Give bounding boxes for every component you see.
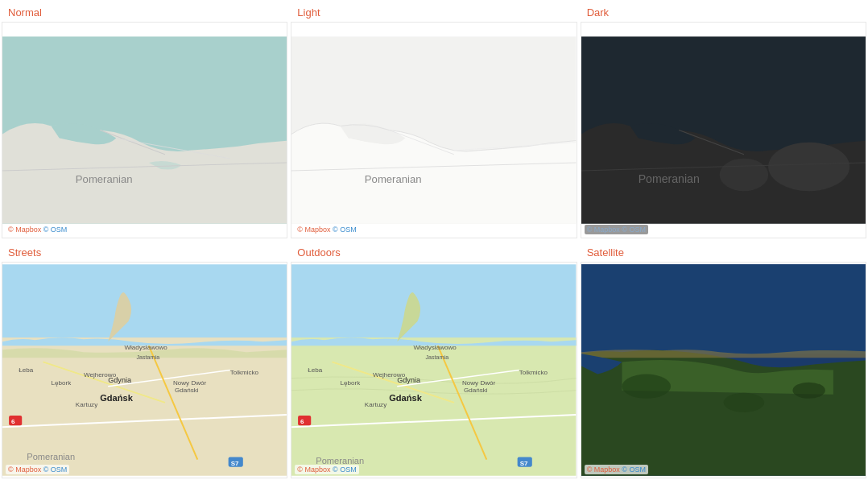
- light-attribution: © Mapbox © OSM: [295, 225, 358, 234]
- svg-text:Łeba: Łeba: [19, 366, 33, 374]
- svg-text:Wejherowo: Wejherowo: [84, 371, 117, 379]
- osm-link-outdoors[interactable]: © OSM: [333, 466, 357, 474]
- osm-link-satellite[interactable]: © OSM: [622, 466, 646, 474]
- svg-text:Gdańsk: Gdańsk: [389, 393, 423, 403]
- osm-link-dark[interactable]: © OSM: [622, 226, 646, 234]
- mapbox-link-streets[interactable]: © Mapbox: [8, 466, 41, 474]
- svg-text:Pomeranian: Pomeranian: [365, 173, 422, 185]
- svg-text:Nowy Dwór: Nowy Dwór: [173, 379, 207, 387]
- svg-text:Kartuzy: Kartuzy: [76, 401, 98, 408]
- streets-attribution: © Mapbox © OSM: [6, 465, 69, 474]
- svg-text:Władysławowo: Władysławowo: [124, 344, 167, 351]
- svg-text:Łeba: Łeba: [308, 366, 323, 374]
- satellite-label: Satellite: [579, 240, 868, 262]
- svg-text:Wejherowo: Wejherowo: [373, 371, 406, 379]
- streets-map[interactable]: Gdańsk Gdynia Wejherowo Łeba Lębork Wład…: [2, 262, 287, 478]
- svg-text:S7: S7: [231, 460, 239, 467]
- normal-label: Normal: [0, 0, 289, 22]
- outdoors-label: Outdoors: [289, 240, 578, 262]
- streets-label-text: Streets: [0, 240, 289, 262]
- dark-label: Dark: [579, 0, 868, 22]
- svg-text:Pomeranian: Pomeranian: [316, 456, 365, 466]
- mapbox-link-outdoors[interactable]: © Mapbox: [297, 466, 330, 474]
- svg-point-12: [719, 159, 768, 191]
- svg-text:Jastarnia: Jastarnia: [137, 354, 160, 360]
- svg-rect-16: [2, 264, 287, 346]
- mapbox-link-satellite[interactable]: © Mapbox: [587, 466, 620, 474]
- svg-text:Gdański: Gdański: [464, 387, 488, 394]
- mapbox-link[interactable]: © Mapbox: [8, 226, 41, 234]
- svg-text:Pomeranian: Pomeranian: [638, 172, 699, 185]
- svg-text:Gdański: Gdański: [175, 387, 199, 394]
- satellite-label-text: Satellite: [579, 240, 868, 262]
- outdoors-map[interactable]: Gdańsk Gdynia Wejherowo Łeba Lębork Wład…: [291, 262, 577, 478]
- svg-rect-38: [291, 264, 576, 346]
- svg-text:6: 6: [300, 418, 304, 425]
- svg-text:Pomeranian: Pomeranian: [76, 173, 133, 185]
- satellite-attribution: © Mapbox © OSM: [585, 465, 648, 474]
- svg-text:Nowy Dwór: Nowy Dwór: [462, 379, 496, 387]
- svg-point-63: [723, 393, 763, 412]
- dark-attribution: © Mapbox © OSM: [585, 225, 648, 234]
- svg-point-64: [792, 383, 825, 399]
- svg-text:Gdańsk: Gdańsk: [100, 393, 134, 403]
- normal-label-text: Normal: [0, 0, 289, 22]
- svg-text:Lębork: Lębork: [52, 379, 72, 387]
- dark-map[interactable]: Pomeranian © Mapbox © OSM: [581, 22, 866, 238]
- svg-text:Tolkmicko: Tolkmicko: [230, 369, 259, 376]
- svg-text:S7: S7: [520, 460, 528, 467]
- osm-link[interactable]: © OSM: [43, 226, 68, 234]
- light-label: Light: [289, 0, 578, 22]
- svg-text:Lębork: Lębork: [341, 379, 362, 387]
- outdoors-attribution: © Mapbox © OSM: [295, 465, 358, 474]
- streets-label: Streets: [0, 240, 289, 262]
- normal-attribution: © Mapbox © OSM: [6, 225, 69, 234]
- light-label-text: Light: [289, 0, 578, 22]
- svg-text:Jastarnia: Jastarnia: [426, 354, 449, 360]
- outdoors-label-text: Outdoors: [289, 240, 578, 262]
- svg-text:Władysławowo: Władysławowo: [414, 344, 457, 351]
- map-grid: Normal Light Dark Pomeranian © Mapbox © …: [0, 0, 868, 480]
- svg-point-11: [768, 143, 849, 192]
- svg-text:6: 6: [11, 418, 15, 425]
- svg-text:Pomeranian: Pomeranian: [27, 452, 75, 461]
- normal-map[interactable]: Pomeranian © Mapbox © OSM: [2, 22, 287, 238]
- mapbox-link-light[interactable]: © Mapbox: [297, 226, 330, 234]
- mapbox-link-dark[interactable]: © Mapbox: [587, 226, 620, 234]
- osm-link-streets[interactable]: © OSM: [43, 466, 68, 474]
- svg-text:Tolkmicko: Tolkmicko: [519, 369, 548, 376]
- satellite-map[interactable]: © Mapbox © OSM: [581, 262, 866, 478]
- svg-point-62: [622, 374, 671, 399]
- osm-link-light[interactable]: © OSM: [333, 226, 357, 234]
- light-map[interactable]: Pomeranian © Mapbox © OSM: [291, 22, 577, 238]
- svg-rect-61: [581, 264, 866, 354]
- svg-text:Kartuzy: Kartuzy: [365, 401, 387, 408]
- dark-label-text: Dark: [579, 0, 868, 22]
